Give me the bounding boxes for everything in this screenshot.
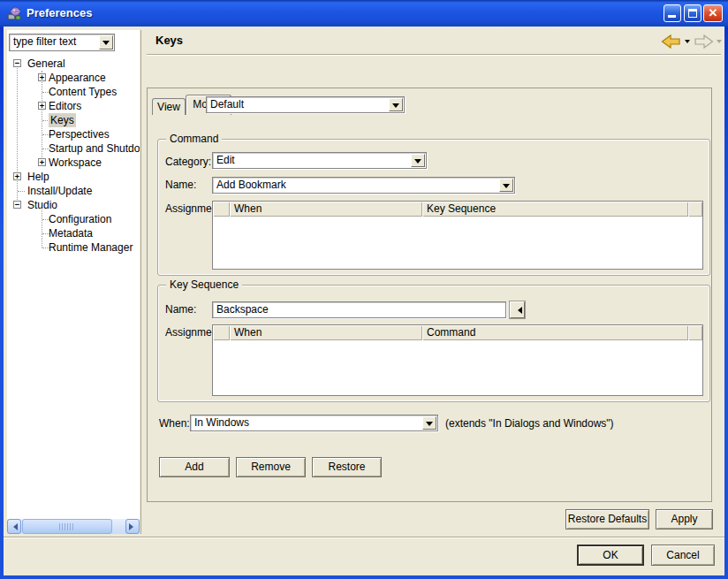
- tree-guide-line: [42, 210, 42, 248]
- chevron-down-icon: [392, 103, 399, 111]
- back-history-dropdown-icon[interactable]: [685, 40, 690, 46]
- tree-item-workspace[interactable]: +Workspace: [7, 156, 140, 170]
- dialog-client-area: type filter text −General+AppearanceCont…: [4, 27, 724, 575]
- scheme-combo[interactable]: Default: [206, 96, 405, 113]
- tree-item-studio[interactable]: −Studio: [7, 198, 140, 212]
- tree-item-perspectives[interactable]: Perspectives: [7, 127, 140, 141]
- scroll-right-button[interactable]: [125, 519, 140, 534]
- tree-item-label[interactable]: Install/Update: [27, 184, 92, 198]
- table-body-empty[interactable]: [213, 340, 702, 395]
- back-arrow-icon[interactable]: [661, 34, 681, 49]
- key-sequence-input[interactable]: Backspace: [212, 301, 506, 318]
- expand-icon[interactable]: +: [38, 73, 46, 81]
- scrollbar-thumb[interactable]: [22, 519, 112, 534]
- tree-item-label[interactable]: Studio: [27, 198, 57, 212]
- command-name-dropdown-button[interactable]: [499, 179, 513, 192]
- minimize-button[interactable]: [664, 4, 681, 22]
- when-extends-note: (extends "In Dialogs and Windows"): [445, 417, 614, 430]
- tree-item-label[interactable]: General: [27, 57, 65, 71]
- key-sequence-value[interactable]: Backspace: [216, 303, 269, 316]
- apply-button[interactable]: Apply: [656, 509, 713, 529]
- tree-guide-line: [42, 71, 42, 163]
- tree-item-editors[interactable]: +Editors: [7, 99, 140, 113]
- remove-button[interactable]: Remove: [236, 457, 306, 477]
- when-value[interactable]: In Windows: [194, 416, 249, 430]
- app-icon: [6, 5, 22, 21]
- collapse-icon[interactable]: −: [13, 201, 21, 209]
- expand-icon[interactable]: +: [38, 158, 46, 166]
- header-separator: [147, 54, 721, 56]
- scroll-left-button[interactable]: [7, 519, 21, 534]
- chevron-down-icon: [426, 422, 433, 430]
- column-header-when[interactable]: When: [230, 325, 422, 340]
- tree-guide-line: [17, 68, 18, 205]
- add-button[interactable]: Add: [159, 457, 230, 477]
- tree-item-label[interactable]: Startup and Shutdown: [49, 141, 140, 156]
- category-value[interactable]: Edit: [216, 154, 235, 167]
- when-combo[interactable]: In Windows: [190, 415, 438, 431]
- titlebar[interactable]: Preferences ✕: [0, 0, 728, 27]
- tree-item-metadata[interactable]: Metadata: [7, 226, 140, 240]
- command-name-combo[interactable]: Add Bookmark: [212, 177, 515, 194]
- filter-dropdown-button[interactable]: [99, 35, 113, 50]
- ok-button[interactable]: OK: [577, 545, 644, 566]
- column-header-blank[interactable]: [213, 202, 230, 217]
- tree-item-content-types[interactable]: Content Types: [7, 85, 140, 99]
- command-group-legend: Command: [166, 133, 222, 146]
- tree-item-label[interactable]: Appearance: [49, 71, 106, 85]
- command-name-value[interactable]: Add Bookmark: [216, 179, 286, 192]
- tree-item-help[interactable]: +Help: [7, 170, 140, 184]
- tree-item-label[interactable]: Metadata: [49, 226, 93, 240]
- key-capture-menu-button[interactable]: [510, 301, 525, 318]
- when-dropdown-button[interactable]: [422, 416, 436, 430]
- maximize-button[interactable]: [684, 4, 701, 22]
- tree-item-startup-and-shutdown[interactable]: Startup and Shutdown: [7, 141, 140, 156]
- scroll-right-icon: [129, 523, 137, 530]
- tree-item-label[interactable]: Perspectives: [49, 127, 110, 141]
- close-button[interactable]: ✕: [703, 4, 723, 22]
- tree-item-install-update[interactable]: Install/Update: [7, 184, 140, 198]
- panel-divider[interactable]: [140, 30, 141, 534]
- tree-item-appearance[interactable]: +Appearance: [7, 71, 140, 85]
- tree-item-runtime-manager[interactable]: Runtime Manager: [7, 240, 140, 255]
- tree-item-configuration[interactable]: Configuration: [7, 212, 140, 226]
- expand-icon[interactable]: +: [13, 172, 21, 180]
- command-assignments-table[interactable]: When Key Sequence: [212, 201, 703, 270]
- keyseq-assignments-table[interactable]: When Command: [212, 324, 703, 396]
- tree-item-label[interactable]: Runtime Manager: [49, 240, 133, 255]
- column-header-when[interactable]: When: [230, 202, 422, 217]
- restore-button[interactable]: Restore: [312, 457, 382, 477]
- scrollbar-grip-icon: [59, 523, 75, 530]
- scheme-dropdown-button[interactable]: [389, 98, 403, 111]
- filter-text[interactable]: type filter text: [13, 35, 76, 49]
- restore-defaults-button[interactable]: Restore Defaults: [565, 509, 649, 529]
- column-header-blank[interactable]: [213, 325, 230, 340]
- button-bar-separator: [4, 537, 724, 538]
- category-combo[interactable]: Edit: [212, 152, 427, 169]
- tree-item-keys[interactable]: Keys: [7, 113, 140, 127]
- cancel-button[interactable]: Cancel: [651, 545, 715, 566]
- tree-item-general[interactable]: −General: [7, 57, 140, 71]
- table-body-empty[interactable]: [213, 217, 702, 269]
- forward-arrow-icon: [694, 34, 714, 49]
- collapse-icon[interactable]: −: [13, 59, 21, 67]
- category-dropdown-button[interactable]: [411, 154, 425, 167]
- column-header-command[interactable]: Command: [422, 325, 688, 340]
- scroll-left-icon: [10, 523, 18, 530]
- scheme-value[interactable]: Default: [210, 98, 244, 111]
- filter-combo[interactable]: type filter text: [9, 34, 115, 51]
- tree-horizontal-scrollbar[interactable]: [7, 519, 140, 534]
- expand-icon[interactable]: +: [38, 102, 46, 110]
- tree-item-label[interactable]: Content Types: [49, 85, 117, 99]
- tree-item-label[interactable]: Keys: [49, 113, 76, 127]
- column-header-blank[interactable]: [688, 325, 702, 340]
- tree-item-label[interactable]: Workspace: [49, 156, 102, 170]
- command-name-label: Name:: [165, 179, 196, 192]
- page-title: Keys: [155, 34, 183, 47]
- tree-item-label[interactable]: Configuration: [49, 212, 111, 226]
- tree-item-label[interactable]: Editors: [49, 99, 81, 113]
- column-header-blank[interactable]: [688, 202, 702, 217]
- tree-item-label[interactable]: Help: [27, 170, 49, 184]
- preference-tree: −General+AppearanceContent Types+Editors…: [7, 57, 140, 260]
- column-header-key-sequence[interactable]: Key Sequence: [422, 202, 688, 217]
